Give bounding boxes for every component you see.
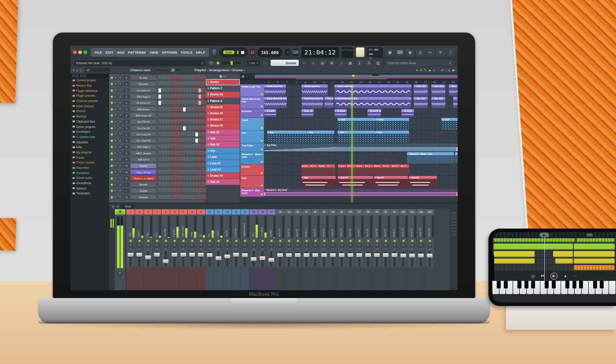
step-cell[interactable] [195, 157, 198, 162]
step-cell[interactable] [183, 189, 186, 193]
strip-fader[interactable] [376, 251, 378, 267]
strip-pan-knob[interactable] [374, 243, 380, 248]
step-cell[interactable] [165, 120, 167, 124]
channel-led[interactable] [111, 77, 113, 79]
step-cell[interactable] [161, 132, 164, 137]
step-cell[interactable] [165, 182, 167, 187]
fader-handle[interactable] [312, 253, 318, 257]
step-cell[interactable] [189, 170, 192, 175]
channel-volume-knob[interactable] [118, 120, 122, 124]
strip-led[interactable] [174, 240, 176, 242]
menu-item[interactable]: HELP [196, 51, 205, 55]
playlist-clip[interactable]: ▸ Breathe [264, 109, 276, 117]
step-cell[interactable] [180, 76, 183, 80]
step-cell[interactable] [168, 138, 170, 143]
step-cell[interactable] [177, 82, 180, 86]
step-cell[interactable] [186, 195, 189, 200]
mixer-strip[interactable]: 21 Insert 21 ⇕ [302, 209, 311, 290]
step-cell[interactable] [189, 189, 192, 193]
play-pause-button[interactable]: ‖ [237, 50, 239, 55]
strip-number[interactable]: 26 [346, 209, 355, 215]
step-cell[interactable] [195, 182, 198, 187]
strip-route-arrows[interactable]: ⇕ [209, 248, 210, 251]
channel-volume-knob[interactable] [118, 88, 122, 92]
step-cell[interactable] [195, 113, 198, 118]
step-cell[interactable] [189, 76, 192, 80]
news-box[interactable]: Click for online news ◐ [385, 60, 454, 66]
pattern-item[interactable]: ▮ Sub #4 [206, 179, 240, 185]
step-cell[interactable] [168, 120, 170, 124]
step-cell[interactable] [189, 95, 192, 99]
collapse-icon[interactable]: ▾ [73, 69, 75, 72]
browser-window-icon[interactable]: ☰ [365, 60, 373, 66]
strip-route-arrows[interactable]: ⇕ [385, 248, 386, 251]
strip-led[interactable] [306, 240, 308, 242]
step-cell[interactable] [165, 164, 167, 168]
step-cell[interactable] [165, 107, 167, 112]
phone-clip[interactable] [574, 258, 615, 264]
step-cell[interactable] [195, 82, 198, 86]
time-display[interactable]: 21:04:12 [301, 47, 339, 58]
mixer-strip[interactable]: 30 Insert 30 ⇕ [381, 209, 390, 290]
step-cell[interactable] [161, 95, 164, 99]
strip-number[interactable]: 17 [267, 209, 275, 215]
playlist-clip[interactable]: ▸ Breathe [334, 109, 347, 117]
step-cell[interactable] [192, 195, 195, 200]
playlist-clip[interactable]: ▸ Veela Lead Vox [264, 84, 286, 96]
strip-pan-knob[interactable] [242, 243, 248, 248]
strip-fader[interactable] [147, 251, 149, 267]
step-cell[interactable] [165, 176, 167, 181]
step-cell[interactable] [180, 195, 183, 200]
fader-handle[interactable] [154, 253, 160, 257]
wait-for-input-button[interactable]: ⌨ [293, 48, 299, 56]
step-cell[interactable] [161, 157, 164, 162]
step-cell[interactable] [161, 170, 164, 175]
track-header[interactable]: Veela Lead Vox ◦ [240, 84, 264, 97]
strip-number[interactable]: 11 [214, 209, 223, 215]
strip-led[interactable] [271, 240, 272, 242]
playlist-clip[interactable]: ▸ Sub #3 [409, 176, 437, 187]
strip-number[interactable]: 15 [249, 209, 258, 215]
strip-fader[interactable] [253, 251, 255, 267]
step-cell[interactable] [165, 151, 167, 156]
strip-pan-knob[interactable] [313, 243, 318, 248]
phone-clip[interactable] [494, 258, 535, 264]
browser-item[interactable]: My projects [70, 150, 109, 155]
step-cell[interactable] [183, 76, 186, 80]
strip-number[interactable]: 28 [364, 209, 372, 215]
piano-black-key[interactable] [504, 281, 508, 288]
step-cell[interactable] [183, 138, 186, 143]
channel-volume-knob[interactable] [118, 126, 122, 130]
browser-item[interactable]: Demo projects [70, 124, 109, 129]
step-cell[interactable] [198, 76, 201, 80]
plugin-picker-icon[interactable]: ▤ [319, 60, 326, 66]
step-cell[interactable] [168, 95, 170, 99]
step-cell[interactable] [168, 145, 170, 149]
playhead-marker[interactable] [352, 75, 355, 77]
browser-item[interactable]: Project bones [70, 160, 109, 165]
playlist-clip[interactable]: ▸ Arp Filter [264, 143, 458, 151]
playlist-ruler[interactable]: 35791113151719212325272931333537394143 [240, 80, 458, 84]
phone-play-button[interactable]: ▶ [550, 273, 557, 280]
strip-pan-knob[interactable] [181, 243, 186, 248]
snap-selector[interactable]: Line▾ [247, 60, 260, 66]
step-cell[interactable] [195, 101, 198, 105]
track-header[interactable]: Lead ◦ [240, 118, 264, 131]
phone-loop-marker[interactable] [587, 233, 593, 237]
channel-led[interactable] [111, 96, 113, 98]
playlist-clip[interactable]: ▸ Veela Harmony Vox [264, 97, 287, 108]
mic-icon[interactable]: Ψ [436, 48, 445, 56]
track-lane[interactable]: ▸ Reverb 2 - Mute / solo [264, 152, 458, 164]
step-cell[interactable] [168, 132, 170, 137]
step-cell[interactable] [174, 157, 176, 162]
step-cell[interactable] [202, 120, 204, 124]
strip-led[interactable] [235, 240, 237, 242]
step-cell[interactable] [177, 88, 180, 93]
strip-number[interactable]: 3 [144, 209, 152, 215]
step-cell[interactable] [177, 76, 180, 80]
strip-number[interactable]: 103 [425, 209, 434, 215]
step-cell[interactable] [202, 138, 204, 143]
strip-route-arrows[interactable]: ⇕ [191, 248, 193, 251]
menu-item[interactable]: EDIT [106, 51, 114, 55]
step-cell[interactable] [168, 82, 170, 86]
